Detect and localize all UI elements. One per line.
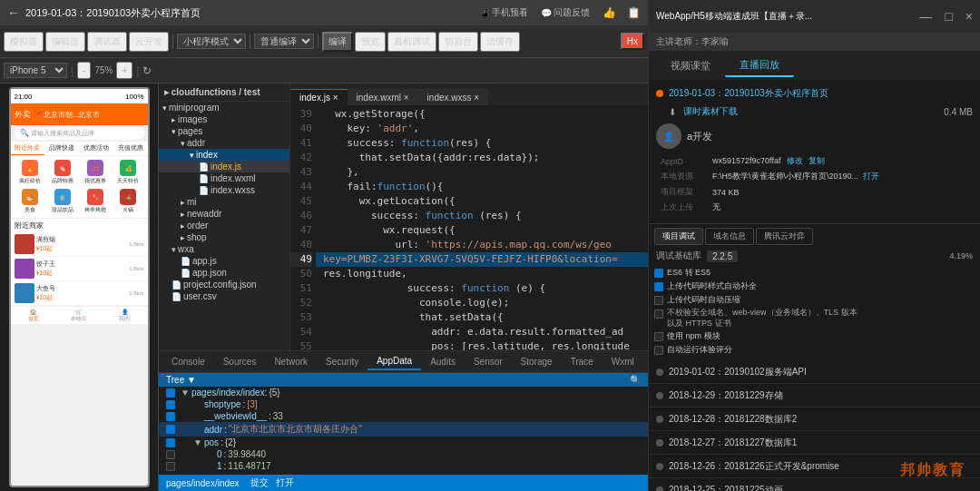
like-icon[interactable]: 👍 bbox=[603, 6, 616, 19]
trace-tab[interactable]: Trace bbox=[562, 354, 603, 369]
course-0102[interactable]: 2019-01-02：20190102服务端API bbox=[649, 360, 980, 384]
phone-bottom-mine[interactable]: 👤我的 bbox=[102, 307, 147, 324]
phone-food-3[interactable]: 大鱼号 ¥10起 1.8km bbox=[11, 281, 148, 306]
security-tab[interactable]: Security bbox=[317, 354, 368, 369]
expand-pos[interactable]: ▼ bbox=[193, 437, 202, 447]
miniprogram-mode-select[interactable]: 小程序模式 bbox=[177, 34, 246, 49]
cb4[interactable] bbox=[166, 425, 175, 434]
tree-wxa[interactable]: ▾ wxa bbox=[159, 243, 289, 255]
debug-lib-version[interactable]: 2.2.5 bbox=[707, 250, 738, 262]
wxml-tab[interactable]: Wxml bbox=[603, 354, 643, 369]
live-replay-tab[interactable]: 直播回放 bbox=[725, 54, 794, 77]
console-tab[interactable]: Console bbox=[162, 354, 214, 369]
storage-tab[interactable]: Storage bbox=[512, 354, 562, 369]
course-1228[interactable]: 2018-12-28：20181228数据库2 bbox=[649, 408, 980, 431]
course-1225[interactable]: 2018-12-25：20181225动画 bbox=[649, 478, 980, 491]
minimize-icon[interactable]: — bbox=[919, 9, 932, 24]
phone-search-box[interactable]: 🔍 请输入搜索商品及品牌 bbox=[15, 127, 144, 140]
style-fill-checkbox[interactable] bbox=[654, 282, 663, 291]
phone-tab-1[interactable]: 附近外卖 bbox=[11, 142, 45, 155]
npm-checkbox[interactable] bbox=[654, 332, 663, 341]
cb1[interactable] bbox=[166, 388, 175, 398]
phone-bottom-home[interactable]: 🏠首页 bbox=[11, 307, 56, 324]
zoom-out-btn[interactable]: - bbox=[77, 62, 91, 79]
phone-icon-2[interactable]: 🏷️ 品牌特惠 bbox=[47, 160, 78, 185]
tree-newaddr[interactable]: ▸ newaddr bbox=[159, 208, 289, 220]
tree-index-wxss[interactable]: 📄 index.wxss bbox=[159, 184, 289, 196]
audits-tab[interactable]: Audits bbox=[421, 354, 465, 369]
phone-bottom-cart[interactable]: 🛒购物车 bbox=[56, 307, 102, 324]
appdata-tab[interactable]: AppData bbox=[368, 353, 421, 370]
back-icon[interactable]: ← bbox=[7, 5, 20, 20]
auto-score-checkbox[interactable] bbox=[654, 346, 663, 355]
course-1227[interactable]: 2018-12-27：20181227数据库1 bbox=[649, 431, 980, 455]
status-open-btn[interactable]: 打开 bbox=[276, 476, 294, 489]
simulator-btn[interactable]: 模拟器 bbox=[4, 32, 44, 52]
sources-tab[interactable]: Sources bbox=[214, 354, 266, 369]
cb3[interactable] bbox=[166, 412, 175, 421]
tree-user-csv[interactable]: 📄 user.csv bbox=[159, 290, 289, 302]
tree-mi[interactable]: ▸ mi bbox=[159, 196, 289, 208]
phone-icon-7[interactable]: 🍗 烤串烤翅 bbox=[80, 189, 111, 214]
tab-index-wxss[interactable]: index.wxss × bbox=[418, 89, 489, 105]
rotate-icon[interactable]: ↻ bbox=[142, 64, 152, 77]
feedback-btn[interactable]: 💬 问题反馈 bbox=[541, 6, 590, 19]
phone-preview-btn[interactable]: 📱 手机预看 bbox=[479, 6, 528, 19]
tencent-cloud-tab[interactable]: 腾讯云对弈 bbox=[756, 228, 813, 245]
cb2[interactable] bbox=[166, 400, 175, 409]
tree-project-config[interactable]: 📄 project.config.json bbox=[159, 279, 289, 290]
tree-index-js[interactable]: 📄 index.js bbox=[159, 161, 289, 172]
close-icon[interactable]: × bbox=[965, 9, 973, 24]
clear-cache-btn[interactable]: 清缓存 bbox=[480, 32, 520, 52]
open-link[interactable]: 打开 bbox=[863, 172, 879, 181]
tls-checkbox[interactable] bbox=[654, 309, 663, 319]
background-btn[interactable]: 切后台 bbox=[438, 32, 478, 52]
phone-icon-1[interactable]: 🔥 疯狂砍价 bbox=[15, 160, 45, 185]
project-debug-tab[interactable]: 项目调试 bbox=[654, 228, 703, 245]
compile-select[interactable]: 普通编译 bbox=[254, 34, 314, 49]
phone-icon-3[interactable]: 🎟️ 领优惠券 bbox=[80, 160, 111, 185]
phone-food-2[interactable]: 饺子王 ¥10起 1.8km bbox=[11, 257, 148, 281]
device-select[interactable]: iPhone 5 bbox=[4, 63, 67, 78]
copy-link[interactable]: 复制 bbox=[808, 156, 825, 165]
debugger-btn[interactable]: 调试器 bbox=[87, 32, 127, 52]
tree-images[interactable]: ▸ images bbox=[159, 113, 289, 125]
tree-pages[interactable]: ▾ pages bbox=[159, 125, 289, 137]
domain-info-tab[interactable]: 域名信息 bbox=[705, 228, 754, 245]
phone-icon-4[interactable]: 💰 天天特价 bbox=[113, 160, 143, 185]
tab-index-js[interactable]: index.js × bbox=[290, 89, 348, 105]
tree-label[interactable]: Tree ▼ bbox=[166, 375, 196, 385]
phone-tab-2[interactable]: 品牌快递 bbox=[44, 142, 79, 155]
tree-order[interactable]: ▸ order bbox=[159, 220, 289, 231]
phone-tab-3[interactable]: 优惠活动 bbox=[79, 142, 113, 155]
course-1229[interactable]: 2018-12-29：20181229存储 bbox=[649, 384, 980, 408]
cb6[interactable] bbox=[166, 450, 175, 459]
compile-btn[interactable]: 编译 bbox=[322, 32, 353, 52]
phone-icon-5[interactable]: 🍜 美食 bbox=[15, 189, 45, 214]
share-icon[interactable]: 📋 bbox=[627, 6, 641, 19]
maximize-icon[interactable]: □ bbox=[945, 9, 952, 24]
modify-link[interactable]: 修改 bbox=[787, 156, 803, 165]
video-tab[interactable]: 视频课堂 bbox=[656, 55, 725, 76]
phone-food-1[interactable]: 满煎锅 ¥10起 1.8km bbox=[11, 232, 148, 257]
phone-icon-6[interactable]: 🧋 甜品饮品 bbox=[47, 189, 78, 214]
download-label[interactable]: 课时素材下载 bbox=[683, 105, 738, 118]
network-tab[interactable]: Network bbox=[265, 354, 317, 369]
editor-btn[interactable]: 编辑器 bbox=[45, 32, 85, 52]
tree-addr[interactable]: ▾ addr bbox=[159, 137, 289, 149]
tree-shop[interactable]: ▸ shop bbox=[159, 231, 289, 243]
preview-btn[interactable]: 预览 bbox=[355, 32, 386, 52]
status-submit-btn[interactable]: 提交 bbox=[250, 476, 269, 489]
cloud-btn[interactable]: 云开发 bbox=[129, 32, 169, 52]
tree-miniprogram[interactable]: ▾ miniprogram bbox=[159, 102, 289, 113]
tree-app-json[interactable]: 📄 app.json bbox=[159, 267, 289, 279]
expand-pages[interactable]: ▼ bbox=[181, 388, 190, 398]
phone-tab-4[interactable]: 充值优惠 bbox=[113, 142, 148, 155]
es6-checkbox[interactable] bbox=[654, 269, 663, 278]
real-debug-btn[interactable]: 真机调试 bbox=[387, 32, 436, 52]
tree-index[interactable]: ▾ index bbox=[159, 149, 289, 161]
tree-index-wxml[interactable]: 📄 index.wxml bbox=[159, 172, 289, 184]
compress-checkbox[interactable] bbox=[654, 296, 663, 305]
cb7[interactable] bbox=[166, 462, 175, 471]
zoom-in-btn[interactable]: + bbox=[116, 62, 132, 79]
